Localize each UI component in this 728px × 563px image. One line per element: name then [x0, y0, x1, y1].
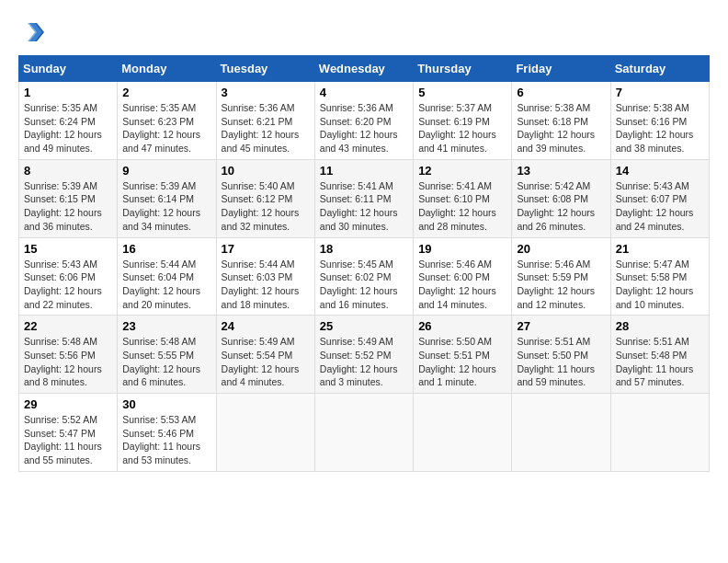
day-number: 18	[320, 242, 408, 256]
cell-content: Sunrise: 5:42 AM Sunset: 6:08 PM Dayligh…	[517, 179, 605, 234]
cell-content: Sunrise: 5:49 AM Sunset: 5:52 PM Dayligh…	[320, 335, 408, 389]
calendar-cell	[414, 394, 512, 472]
calendar-week-3: 15Sunrise: 5:43 AM Sunset: 6:06 PM Dayli…	[19, 237, 710, 316]
day-number: 4	[320, 86, 408, 99]
cell-content: Sunrise: 5:53 AM Sunset: 5:46 PM Dayligh…	[122, 413, 210, 467]
column-header-thursday: Thursday	[414, 56, 512, 82]
cell-content: Sunrise: 5:41 AM Sunset: 6:10 PM Dayligh…	[418, 179, 506, 234]
day-number: 9	[122, 164, 210, 178]
calendar-cell: 16Sunrise: 5:44 AM Sunset: 6:04 PM Dayli…	[118, 237, 216, 316]
calendar-cell: 14Sunrise: 5:43 AM Sunset: 6:07 PM Dayli…	[610, 159, 709, 237]
cell-content: Sunrise: 5:48 AM Sunset: 5:55 PM Dayligh…	[122, 335, 210, 389]
column-header-wednesday: Wednesday	[314, 56, 413, 82]
day-number: 14	[616, 164, 704, 178]
cell-content: Sunrise: 5:51 AM Sunset: 5:48 PM Dayligh…	[616, 335, 704, 389]
cell-content: Sunrise: 5:44 AM Sunset: 6:03 PM Dayligh…	[222, 258, 310, 312]
calendar-cell: 3Sunrise: 5:36 AM Sunset: 6:21 PM Daylig…	[216, 82, 314, 160]
cell-content: Sunrise: 5:50 AM Sunset: 5:51 PM Dayligh…	[418, 335, 506, 389]
calendar-cell: 4Sunrise: 5:36 AM Sunset: 6:20 PM Daylig…	[314, 82, 413, 160]
cell-content: Sunrise: 5:51 AM Sunset: 5:50 PM Dayligh…	[517, 335, 605, 389]
calendar-cell: 26Sunrise: 5:50 AM Sunset: 5:51 PM Dayli…	[414, 316, 512, 394]
svg-marker-1	[28, 23, 42, 41]
cell-content: Sunrise: 5:47 AM Sunset: 5:58 PM Dayligh…	[616, 258, 704, 312]
calendar-cell: 12Sunrise: 5:41 AM Sunset: 6:10 PM Dayli…	[414, 159, 512, 237]
cell-content: Sunrise: 5:41 AM Sunset: 6:11 PM Dayligh…	[320, 179, 408, 234]
calendar-cell: 9Sunrise: 5:39 AM Sunset: 6:14 PM Daylig…	[118, 159, 216, 237]
day-number: 11	[320, 164, 408, 178]
day-number: 27	[517, 319, 605, 333]
header-row: SundayMondayTuesdayWednesdayThursdayFrid…	[19, 56, 710, 82]
day-number: 24	[222, 319, 310, 333]
calendar-cell: 10Sunrise: 5:40 AM Sunset: 6:12 PM Dayli…	[216, 159, 314, 237]
logo-icon	[18, 18, 46, 46]
calendar-cell: 21Sunrise: 5:47 AM Sunset: 5:58 PM Dayli…	[610, 237, 709, 316]
cell-content: Sunrise: 5:35 AM Sunset: 6:23 PM Dayligh…	[122, 101, 210, 155]
calendar-cell: 6Sunrise: 5:38 AM Sunset: 6:18 PM Daylig…	[512, 82, 610, 160]
calendar-cell: 29Sunrise: 5:52 AM Sunset: 5:47 PM Dayli…	[19, 394, 118, 472]
day-number: 21	[616, 242, 704, 256]
column-header-saturday: Saturday	[610, 56, 709, 82]
calendar-cell	[314, 394, 413, 472]
day-number: 2	[122, 86, 210, 99]
cell-content: Sunrise: 5:36 AM Sunset: 6:20 PM Dayligh…	[320, 101, 408, 155]
day-number: 23	[122, 319, 210, 333]
calendar-cell: 2Sunrise: 5:35 AM Sunset: 6:23 PM Daylig…	[118, 82, 216, 160]
cell-content: Sunrise: 5:45 AM Sunset: 6:02 PM Dayligh…	[320, 258, 408, 312]
calendar-week-2: 8Sunrise: 5:39 AM Sunset: 6:15 PM Daylig…	[19, 159, 710, 237]
column-header-friday: Friday	[512, 56, 610, 82]
cell-content: Sunrise: 5:49 AM Sunset: 5:54 PM Dayligh…	[222, 335, 310, 389]
cell-content: Sunrise: 5:39 AM Sunset: 6:14 PM Dayligh…	[122, 179, 210, 234]
column-header-sunday: Sunday	[19, 56, 118, 82]
calendar-table: SundayMondayTuesdayWednesdayThursdayFrid…	[18, 55, 710, 472]
day-number: 8	[24, 164, 112, 178]
day-number: 29	[24, 397, 112, 411]
calendar-cell: 1Sunrise: 5:35 AM Sunset: 6:24 PM Daylig…	[19, 82, 118, 160]
calendar-cell: 30Sunrise: 5:53 AM Sunset: 5:46 PM Dayli…	[118, 394, 216, 472]
day-number: 5	[418, 86, 506, 99]
cell-content: Sunrise: 5:37 AM Sunset: 6:19 PM Dayligh…	[418, 101, 506, 155]
calendar-cell: 25Sunrise: 5:49 AM Sunset: 5:52 PM Dayli…	[314, 316, 413, 394]
column-header-monday: Monday	[118, 56, 216, 82]
day-number: 16	[122, 242, 210, 256]
calendar-week-1: 1Sunrise: 5:35 AM Sunset: 6:24 PM Daylig…	[19, 82, 710, 160]
calendar-cell: 27Sunrise: 5:51 AM Sunset: 5:50 PM Dayli…	[512, 316, 610, 394]
page-header	[18, 18, 710, 46]
cell-content: Sunrise: 5:44 AM Sunset: 6:04 PM Dayligh…	[122, 258, 210, 312]
calendar-cell: 22Sunrise: 5:48 AM Sunset: 5:56 PM Dayli…	[19, 316, 118, 394]
calendar-cell: 8Sunrise: 5:39 AM Sunset: 6:15 PM Daylig…	[19, 159, 118, 237]
day-number: 12	[418, 164, 506, 178]
calendar-cell: 17Sunrise: 5:44 AM Sunset: 6:03 PM Dayli…	[216, 237, 314, 316]
day-number: 28	[616, 319, 704, 333]
cell-content: Sunrise: 5:43 AM Sunset: 6:06 PM Dayligh…	[24, 258, 112, 312]
calendar-cell: 28Sunrise: 5:51 AM Sunset: 5:48 PM Dayli…	[610, 316, 709, 394]
calendar-cell: 24Sunrise: 5:49 AM Sunset: 5:54 PM Dayli…	[216, 316, 314, 394]
cell-content: Sunrise: 5:46 AM Sunset: 5:59 PM Dayligh…	[517, 258, 605, 312]
cell-content: Sunrise: 5:52 AM Sunset: 5:47 PM Dayligh…	[24, 413, 112, 467]
cell-content: Sunrise: 5:38 AM Sunset: 6:18 PM Dayligh…	[517, 101, 605, 155]
day-number: 13	[517, 164, 605, 178]
day-number: 10	[222, 164, 310, 178]
calendar-cell: 11Sunrise: 5:41 AM Sunset: 6:11 PM Dayli…	[314, 159, 413, 237]
day-number: 7	[616, 86, 704, 99]
day-number: 25	[320, 319, 408, 333]
calendar-cell	[512, 394, 610, 472]
day-number: 1	[24, 86, 112, 99]
column-header-tuesday: Tuesday	[216, 56, 314, 82]
day-number: 19	[418, 242, 506, 256]
day-number: 20	[517, 242, 605, 256]
day-number: 17	[222, 242, 310, 256]
calendar-cell	[610, 394, 709, 472]
day-number: 26	[418, 319, 506, 333]
day-number: 3	[222, 86, 310, 99]
cell-content: Sunrise: 5:36 AM Sunset: 6:21 PM Dayligh…	[222, 101, 310, 155]
calendar-cell: 20Sunrise: 5:46 AM Sunset: 5:59 PM Dayli…	[512, 237, 610, 316]
calendar-cell: 5Sunrise: 5:37 AM Sunset: 6:19 PM Daylig…	[414, 82, 512, 160]
cell-content: Sunrise: 5:39 AM Sunset: 6:15 PM Dayligh…	[24, 179, 112, 234]
cell-content: Sunrise: 5:43 AM Sunset: 6:07 PM Dayligh…	[616, 179, 704, 234]
cell-content: Sunrise: 5:38 AM Sunset: 6:16 PM Dayligh…	[616, 101, 704, 155]
calendar-cell: 7Sunrise: 5:38 AM Sunset: 6:16 PM Daylig…	[610, 82, 709, 160]
calendar-week-5: 29Sunrise: 5:52 AM Sunset: 5:47 PM Dayli…	[19, 394, 710, 472]
cell-content: Sunrise: 5:46 AM Sunset: 6:00 PM Dayligh…	[418, 258, 506, 312]
day-number: 22	[24, 319, 112, 333]
calendar-cell	[216, 394, 314, 472]
